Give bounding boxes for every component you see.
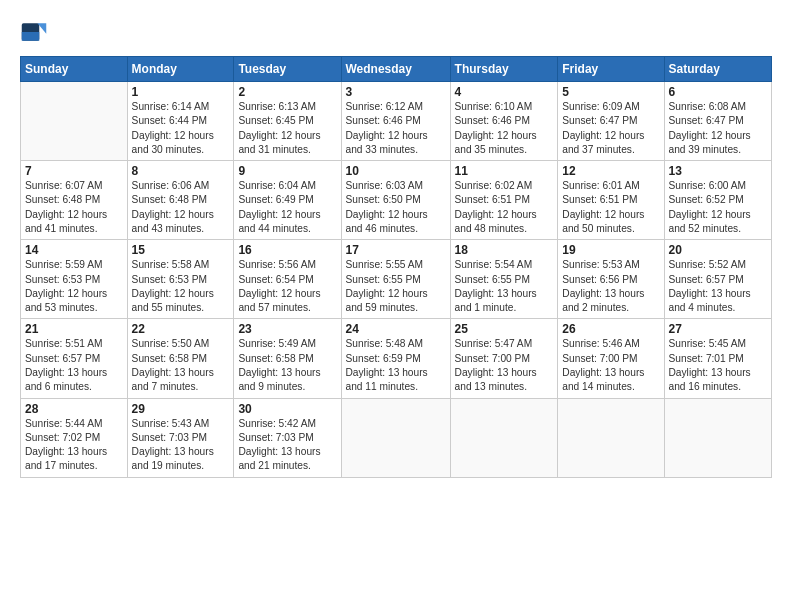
day-info: Sunrise: 6:13 AM Sunset: 6:45 PM Dayligh… xyxy=(238,100,336,157)
day-number: 14 xyxy=(25,243,123,257)
day-info: Sunrise: 5:55 AM Sunset: 6:55 PM Dayligh… xyxy=(346,258,446,315)
day-number: 28 xyxy=(25,402,123,416)
calendar-cell: 7Sunrise: 6:07 AM Sunset: 6:48 PM Daylig… xyxy=(21,161,128,240)
logo xyxy=(20,18,50,46)
day-info: Sunrise: 6:10 AM Sunset: 6:46 PM Dayligh… xyxy=(455,100,554,157)
calendar-cell: 12Sunrise: 6:01 AM Sunset: 6:51 PM Dayli… xyxy=(558,161,664,240)
day-number: 6 xyxy=(669,85,768,99)
weekday-header-saturday: Saturday xyxy=(664,57,772,82)
day-info: Sunrise: 5:45 AM Sunset: 7:01 PM Dayligh… xyxy=(669,337,768,394)
weekday-header-thursday: Thursday xyxy=(450,57,558,82)
calendar-cell: 11Sunrise: 6:02 AM Sunset: 6:51 PM Dayli… xyxy=(450,161,558,240)
day-info: Sunrise: 5:47 AM Sunset: 7:00 PM Dayligh… xyxy=(455,337,554,394)
day-info: Sunrise: 6:12 AM Sunset: 6:46 PM Dayligh… xyxy=(346,100,446,157)
day-number: 12 xyxy=(562,164,659,178)
day-number: 22 xyxy=(132,322,230,336)
day-number: 15 xyxy=(132,243,230,257)
calendar-cell: 13Sunrise: 6:00 AM Sunset: 6:52 PM Dayli… xyxy=(664,161,772,240)
day-number: 13 xyxy=(669,164,768,178)
calendar-cell: 21Sunrise: 5:51 AM Sunset: 6:57 PM Dayli… xyxy=(21,319,128,398)
day-info: Sunrise: 6:01 AM Sunset: 6:51 PM Dayligh… xyxy=(562,179,659,236)
day-info: Sunrise: 6:14 AM Sunset: 6:44 PM Dayligh… xyxy=(132,100,230,157)
day-info: Sunrise: 5:54 AM Sunset: 6:55 PM Dayligh… xyxy=(455,258,554,315)
day-number: 23 xyxy=(238,322,336,336)
calendar-cell: 1Sunrise: 6:14 AM Sunset: 6:44 PM Daylig… xyxy=(127,82,234,161)
calendar-cell: 24Sunrise: 5:48 AM Sunset: 6:59 PM Dayli… xyxy=(341,319,450,398)
day-number: 2 xyxy=(238,85,336,99)
day-info: Sunrise: 5:52 AM Sunset: 6:57 PM Dayligh… xyxy=(669,258,768,315)
day-info: Sunrise: 5:58 AM Sunset: 6:53 PM Dayligh… xyxy=(132,258,230,315)
calendar-cell: 30Sunrise: 5:42 AM Sunset: 7:03 PM Dayli… xyxy=(234,398,341,477)
day-info: Sunrise: 5:46 AM Sunset: 7:00 PM Dayligh… xyxy=(562,337,659,394)
calendar-cell xyxy=(664,398,772,477)
day-number: 17 xyxy=(346,243,446,257)
calendar-cell: 29Sunrise: 5:43 AM Sunset: 7:03 PM Dayli… xyxy=(127,398,234,477)
weekday-header-friday: Friday xyxy=(558,57,664,82)
day-number: 10 xyxy=(346,164,446,178)
day-info: Sunrise: 5:51 AM Sunset: 6:57 PM Dayligh… xyxy=(25,337,123,394)
calendar-cell: 23Sunrise: 5:49 AM Sunset: 6:58 PM Dayli… xyxy=(234,319,341,398)
weekday-header-monday: Monday xyxy=(127,57,234,82)
day-number: 8 xyxy=(132,164,230,178)
calendar-cell xyxy=(558,398,664,477)
day-info: Sunrise: 6:09 AM Sunset: 6:47 PM Dayligh… xyxy=(562,100,659,157)
day-info: Sunrise: 6:08 AM Sunset: 6:47 PM Dayligh… xyxy=(669,100,768,157)
calendar-cell: 4Sunrise: 6:10 AM Sunset: 6:46 PM Daylig… xyxy=(450,82,558,161)
day-info: Sunrise: 6:03 AM Sunset: 6:50 PM Dayligh… xyxy=(346,179,446,236)
calendar-cell: 3Sunrise: 6:12 AM Sunset: 6:46 PM Daylig… xyxy=(341,82,450,161)
day-info: Sunrise: 6:04 AM Sunset: 6:49 PM Dayligh… xyxy=(238,179,336,236)
day-number: 11 xyxy=(455,164,554,178)
day-number: 9 xyxy=(238,164,336,178)
day-number: 4 xyxy=(455,85,554,99)
day-number: 19 xyxy=(562,243,659,257)
calendar-cell: 25Sunrise: 5:47 AM Sunset: 7:00 PM Dayli… xyxy=(450,319,558,398)
calendar-cell: 19Sunrise: 5:53 AM Sunset: 6:56 PM Dayli… xyxy=(558,240,664,319)
day-info: Sunrise: 5:56 AM Sunset: 6:54 PM Dayligh… xyxy=(238,258,336,315)
day-number: 16 xyxy=(238,243,336,257)
calendar-cell: 20Sunrise: 5:52 AM Sunset: 6:57 PM Dayli… xyxy=(664,240,772,319)
day-number: 27 xyxy=(669,322,768,336)
day-info: Sunrise: 5:53 AM Sunset: 6:56 PM Dayligh… xyxy=(562,258,659,315)
calendar-cell xyxy=(341,398,450,477)
calendar-cell: 16Sunrise: 5:56 AM Sunset: 6:54 PM Dayli… xyxy=(234,240,341,319)
day-info: Sunrise: 5:43 AM Sunset: 7:03 PM Dayligh… xyxy=(132,417,230,474)
calendar-cell: 18Sunrise: 5:54 AM Sunset: 6:55 PM Dayli… xyxy=(450,240,558,319)
day-number: 30 xyxy=(238,402,336,416)
day-number: 7 xyxy=(25,164,123,178)
day-number: 29 xyxy=(132,402,230,416)
calendar-cell: 2Sunrise: 6:13 AM Sunset: 6:45 PM Daylig… xyxy=(234,82,341,161)
day-number: 5 xyxy=(562,85,659,99)
day-number: 3 xyxy=(346,85,446,99)
day-number: 25 xyxy=(455,322,554,336)
calendar-cell: 22Sunrise: 5:50 AM Sunset: 6:58 PM Dayli… xyxy=(127,319,234,398)
day-info: Sunrise: 5:48 AM Sunset: 6:59 PM Dayligh… xyxy=(346,337,446,394)
day-number: 24 xyxy=(346,322,446,336)
calendar-cell: 15Sunrise: 5:58 AM Sunset: 6:53 PM Dayli… xyxy=(127,240,234,319)
calendar-cell: 14Sunrise: 5:59 AM Sunset: 6:53 PM Dayli… xyxy=(21,240,128,319)
calendar-cell xyxy=(450,398,558,477)
calendar-cell: 10Sunrise: 6:03 AM Sunset: 6:50 PM Dayli… xyxy=(341,161,450,240)
day-number: 1 xyxy=(132,85,230,99)
calendar-cell: 17Sunrise: 5:55 AM Sunset: 6:55 PM Dayli… xyxy=(341,240,450,319)
calendar-cell: 26Sunrise: 5:46 AM Sunset: 7:00 PM Dayli… xyxy=(558,319,664,398)
day-number: 18 xyxy=(455,243,554,257)
day-number: 20 xyxy=(669,243,768,257)
day-number: 26 xyxy=(562,322,659,336)
calendar-cell: 28Sunrise: 5:44 AM Sunset: 7:02 PM Dayli… xyxy=(21,398,128,477)
calendar-cell: 8Sunrise: 6:06 AM Sunset: 6:48 PM Daylig… xyxy=(127,161,234,240)
day-info: Sunrise: 6:02 AM Sunset: 6:51 PM Dayligh… xyxy=(455,179,554,236)
day-info: Sunrise: 5:42 AM Sunset: 7:03 PM Dayligh… xyxy=(238,417,336,474)
day-info: Sunrise: 5:49 AM Sunset: 6:58 PM Dayligh… xyxy=(238,337,336,394)
calendar-cell: 27Sunrise: 5:45 AM Sunset: 7:01 PM Dayli… xyxy=(664,319,772,398)
day-info: Sunrise: 6:00 AM Sunset: 6:52 PM Dayligh… xyxy=(669,179,768,236)
calendar-cell xyxy=(21,82,128,161)
weekday-header-sunday: Sunday xyxy=(21,57,128,82)
weekday-header-tuesday: Tuesday xyxy=(234,57,341,82)
calendar-cell: 9Sunrise: 6:04 AM Sunset: 6:49 PM Daylig… xyxy=(234,161,341,240)
calendar-cell: 5Sunrise: 6:09 AM Sunset: 6:47 PM Daylig… xyxy=(558,82,664,161)
day-info: Sunrise: 5:59 AM Sunset: 6:53 PM Dayligh… xyxy=(25,258,123,315)
day-info: Sunrise: 6:06 AM Sunset: 6:48 PM Dayligh… xyxy=(132,179,230,236)
calendar: SundayMondayTuesdayWednesdayThursdayFrid… xyxy=(20,56,772,478)
weekday-header-wednesday: Wednesday xyxy=(341,57,450,82)
day-info: Sunrise: 6:07 AM Sunset: 6:48 PM Dayligh… xyxy=(25,179,123,236)
